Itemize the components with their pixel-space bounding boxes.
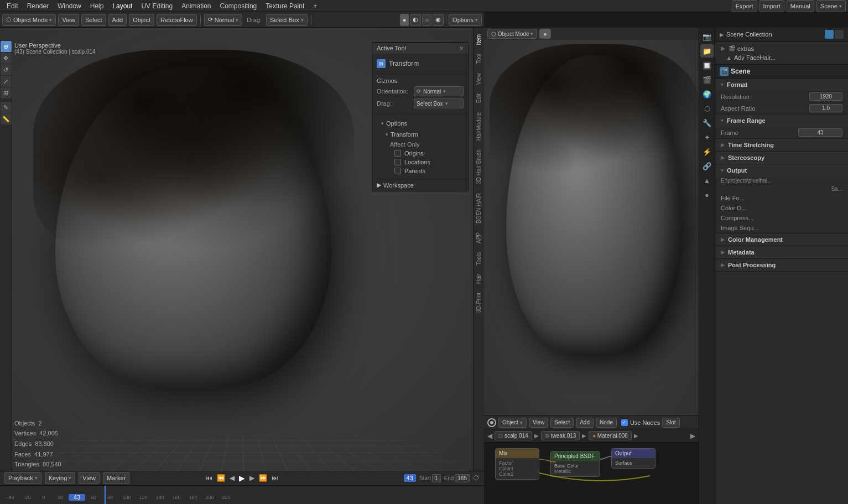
tool-scale[interactable]: ⤢: [1, 76, 12, 87]
object-btn[interactable]: Object: [129, 14, 154, 26]
prev-frame-btn[interactable]: ◀: [228, 474, 236, 482]
rpanel-data-icon[interactable]: ▲: [700, 174, 714, 187]
transform2-header[interactable]: ▾ Transform: [377, 129, 464, 140]
node-object-btn[interactable]: Object ▾: [498, 418, 527, 428]
node-box-2[interactable]: Principled BSDF Base Color Metallic: [550, 451, 600, 477]
next-frame-btn[interactable]: ▶: [248, 474, 256, 482]
metadata-header[interactable]: ▶ Metadata: [715, 246, 848, 258]
node-canvas[interactable]: Mix Factor Color1 Color2 Principled BSDF…: [484, 443, 699, 504]
vtab-3d-hair-brush[interactable]: 3D Hair Brush: [475, 145, 483, 189]
time-stretching-header[interactable]: ▶ Time Stretching: [715, 139, 848, 151]
node-add-btn[interactable]: Add: [576, 418, 594, 428]
import-btn[interactable]: Import: [759, 0, 784, 12]
drag-btn[interactable]: Select Box ▾: [266, 14, 308, 26]
orientation-btn[interactable]: ⟳ Normal ▾: [204, 14, 242, 26]
node-next-btn[interactable]: ▶: [690, 432, 695, 440]
menu-help[interactable]: Help: [86, 1, 108, 11]
options-btn[interactable]: Options ▾: [449, 14, 482, 26]
viewport-shading-3[interactable]: ○: [422, 14, 431, 26]
vtab-tool[interactable]: Tool: [475, 49, 483, 68]
menu-compositing[interactable]: Compositing: [216, 1, 262, 11]
rpanel-particles-icon[interactable]: ✦: [700, 131, 714, 144]
frame-range-header[interactable]: ▾ Frame Range: [715, 115, 848, 127]
parents-checkbox[interactable]: [394, 168, 401, 174]
vtab-hairmodule[interactable]: HairModule: [475, 108, 483, 145]
current-frame[interactable]: 43: [404, 474, 416, 482]
tool-move[interactable]: ✥: [1, 53, 12, 64]
object-mode-btn[interactable]: ⬡ Object Mode ▾: [2, 14, 56, 26]
rpanel-constraints-icon[interactable]: 🔗: [700, 159, 714, 173]
right-vp-mode[interactable]: ⬡ Object Mode ▾: [487, 29, 537, 39]
format-header[interactable]: ▾ Format: [715, 79, 848, 91]
tool-rotate[interactable]: ↺: [1, 64, 12, 75]
drag-dropdown[interactable]: Select Box ▾: [414, 98, 464, 108]
resolution-value[interactable]: 1920: [809, 92, 842, 101]
menu-uv-editing[interactable]: UV Editing: [137, 1, 177, 11]
vtab-3d-print[interactable]: 3D-Print: [475, 288, 483, 318]
rpanel-world-icon[interactable]: 🌍: [700, 87, 714, 101]
timeline-ruler[interactable]: -40 -20 0 20 43 60 80 100 120 140 160 18…: [0, 486, 484, 504]
tool-annotate[interactable]: ✎: [1, 102, 12, 113]
vtab-tools[interactable]: Tools: [475, 248, 483, 269]
retopoflow-btn[interactable]: RetopoFlow: [157, 14, 197, 26]
right-viewport[interactable]: ⬡ Object Mode ▾ ●: [484, 28, 699, 415]
node-slot-btn[interactable]: Slot: [662, 418, 679, 428]
vtab-item[interactable]: Item: [475, 30, 483, 49]
add-btn[interactable]: Add: [108, 14, 127, 26]
scene-dropdown[interactable]: Scene ▾: [816, 0, 846, 12]
menu-render[interactable]: Render: [23, 1, 53, 11]
vtab-hair[interactable]: Hair: [475, 269, 483, 288]
file-path[interactable]: E:\projects\pixelhal...: [715, 176, 848, 185]
use-nodes-toggle[interactable]: ✓ Use Nodes: [621, 419, 660, 426]
timeline-marker-btn[interactable]: Marker: [103, 472, 129, 484]
rpanel-render-icon[interactable]: 📷: [700, 30, 714, 43]
export-btn[interactable]: Export: [732, 0, 757, 12]
node-select-btn[interactable]: Select: [550, 418, 574, 428]
view-btn[interactable]: View: [58, 14, 79, 26]
next-keyframe-btn[interactable]: ⏩: [257, 474, 269, 482]
node-slot-tweak[interactable]: ⚙ tweak.013: [541, 431, 580, 440]
rpanel-output-icon[interactable]: 📁: [700, 44, 714, 58]
rpanel-modifier-icon[interactable]: 🔧: [700, 116, 714, 129]
active-tool-header[interactable]: Active Tool ✕: [372, 43, 468, 54]
menu-window[interactable]: Window: [53, 1, 86, 11]
rpanel-material-icon[interactable]: ●: [700, 188, 714, 201]
rpanel-physics-icon[interactable]: ⚡: [700, 145, 714, 158]
prev-keyframe-btn[interactable]: ⏪: [215, 474, 227, 482]
workspace-row[interactable]: ▶ Workspace: [372, 179, 468, 191]
rpanel-view-icon[interactable]: 🔲: [700, 59, 714, 72]
sc-icon-1[interactable]: [825, 30, 834, 39]
play-btn[interactable]: ▶: [237, 474, 247, 482]
node-slot-material[interactable]: ● Material.008: [589, 431, 631, 440]
locations-checkbox[interactable]: [394, 159, 401, 165]
vtab-edit[interactable]: Edit: [475, 89, 483, 107]
menu-layout[interactable]: Layout: [108, 1, 137, 11]
menu-edit[interactable]: Edit: [2, 1, 23, 11]
viewport-shading-4[interactable]: ◉: [433, 14, 444, 26]
post-processing-header[interactable]: ▶ Post Processing: [715, 259, 848, 271]
vtab-app[interactable]: APP: [475, 228, 483, 248]
keying-btn[interactable]: Keying ▾: [45, 472, 76, 484]
jump-end-btn[interactable]: ⏭: [270, 474, 280, 482]
node-node-btn[interactable]: Node: [596, 418, 617, 428]
viewport-shading-2[interactable]: ◐: [410, 14, 421, 26]
stereoscopy-header[interactable]: ▶ Stereoscopy: [715, 152, 848, 164]
viewport-shading-1[interactable]: ●: [400, 14, 409, 26]
color-mgmt-header[interactable]: ▶ Color Management: [715, 233, 848, 246]
node-box-3[interactable]: Output Surface: [611, 448, 655, 469]
options-header[interactable]: ▾ Options: [377, 118, 464, 129]
node-view-btn[interactable]: View: [529, 418, 549, 428]
output-header[interactable]: ▾ Output: [715, 164, 848, 176]
sc-icon-2[interactable]: [835, 30, 844, 39]
frame-value[interactable]: 43: [798, 128, 842, 137]
playback-btn[interactable]: Playback ▾: [4, 472, 41, 484]
aspect-value[interactable]: 1.0: [809, 104, 842, 112]
node-box-1[interactable]: Mix Factor Color1 Color2: [495, 448, 539, 480]
timeline-view-btn[interactable]: View: [79, 472, 100, 484]
start-frame[interactable]: 1: [432, 474, 441, 482]
end-frame[interactable]: 185: [455, 474, 470, 482]
orientation-dropdown[interactable]: ⟳ Normal ▾: [414, 86, 464, 96]
tool-transform[interactable]: ⊞: [1, 87, 12, 98]
rpanel-object-icon[interactable]: ⬡: [700, 102, 714, 115]
vtab-bgen-hair[interactable]: BGEN HAIR: [475, 189, 483, 228]
